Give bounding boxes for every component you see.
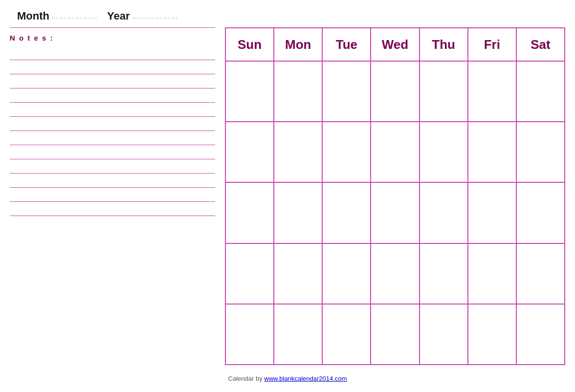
main-content: N o t e s : Sun	[10, 27, 565, 365]
top-divider	[10, 27, 215, 28]
notes-label: N o t e s :	[10, 34, 215, 42]
day-header-fri: Fri	[468, 28, 516, 61]
calendar-cell[interactable]	[274, 182, 322, 243]
calendar-cell[interactable]	[516, 61, 565, 122]
footer: Calendar by www.blankcalendar2014.com	[10, 375, 565, 382]
calendar-cell[interactable]	[225, 122, 274, 182]
calendar-header-row: Sun Mon Tue Wed Thu Fri Sat	[225, 28, 565, 61]
note-line	[10, 131, 215, 131]
calendar-cell[interactable]	[420, 243, 468, 304]
calendar-cell[interactable]	[420, 61, 468, 122]
calendar-cell[interactable]	[516, 243, 565, 304]
calendar-cell[interactable]	[371, 304, 419, 365]
calendar-row	[225, 61, 565, 122]
note-line	[10, 201, 215, 202]
header: Month ……………… Year ………………	[10, 10, 565, 22]
calendar-cell[interactable]	[322, 304, 371, 365]
calendar-cell[interactable]	[371, 243, 419, 304]
note-line	[10, 173, 215, 174]
day-header-sun: Sun	[225, 28, 274, 61]
day-header-wed: Wed	[371, 28, 419, 61]
calendar-cell[interactable]	[420, 304, 468, 365]
right-panel: Sun Mon Tue Wed Thu Fri Sat	[225, 27, 565, 365]
notes-lines	[10, 46, 215, 365]
note-line	[10, 216, 215, 216]
day-header-thu: Thu	[420, 28, 468, 61]
calendar-table: Sun Mon Tue Wed Thu Fri Sat	[225, 27, 565, 365]
calendar-cell[interactable]	[225, 61, 274, 122]
note-line	[10, 60, 215, 60]
calendar-cell[interactable]	[274, 61, 322, 122]
calendar-row	[225, 182, 565, 243]
calendar-cell[interactable]	[371, 61, 419, 122]
note-line	[10, 145, 215, 145]
calendar-cell[interactable]	[468, 61, 516, 122]
month-label: Month	[17, 10, 49, 22]
calendar-cell[interactable]	[225, 304, 274, 365]
day-header-sat: Sat	[516, 28, 565, 61]
calendar-cell[interactable]	[225, 243, 274, 304]
day-header-mon: Mon	[274, 28, 322, 61]
year-label: Year	[107, 10, 130, 22]
calendar-cell[interactable]	[468, 122, 516, 182]
calendar-cell[interactable]	[322, 61, 371, 122]
calendar-row	[225, 243, 565, 304]
calendar-row	[225, 122, 565, 182]
calendar-cell[interactable]	[420, 122, 468, 182]
note-line	[10, 88, 215, 88]
footer-link[interactable]: www.blankcalendar2014.com	[264, 375, 347, 382]
calendar-cell[interactable]	[225, 182, 274, 243]
footer-text: Calendar by	[228, 375, 265, 382]
calendar-cell[interactable]	[468, 182, 516, 243]
calendar-cell[interactable]	[516, 182, 565, 243]
left-panel: N o t e s :	[10, 27, 225, 365]
calendar-cell[interactable]	[516, 122, 565, 182]
note-line	[10, 102, 215, 103]
calendar-cell[interactable]	[468, 243, 516, 304]
page: Month ……………… Year ……………… N o t e s :	[0, 0, 575, 392]
calendar-cell[interactable]	[274, 122, 322, 182]
calendar-cell[interactable]	[371, 182, 419, 243]
note-line	[10, 159, 215, 159]
calendar-cell[interactable]	[371, 122, 419, 182]
calendar-cell[interactable]	[322, 243, 371, 304]
calendar-cell[interactable]	[322, 122, 371, 182]
year-dots: ………………	[132, 12, 178, 20]
calendar-cell[interactable]	[274, 243, 322, 304]
note-line	[10, 74, 215, 74]
month-dots: ………………	[51, 12, 98, 20]
calendar-cell[interactable]	[468, 304, 516, 365]
day-header-tue: Tue	[322, 28, 371, 61]
calendar-cell[interactable]	[516, 304, 565, 365]
calendar-row	[225, 304, 565, 365]
calendar-cell[interactable]	[420, 182, 468, 243]
calendar-cell[interactable]	[274, 304, 322, 365]
calendar-cell[interactable]	[322, 182, 371, 243]
note-line	[10, 187, 215, 188]
note-line	[10, 116, 215, 117]
